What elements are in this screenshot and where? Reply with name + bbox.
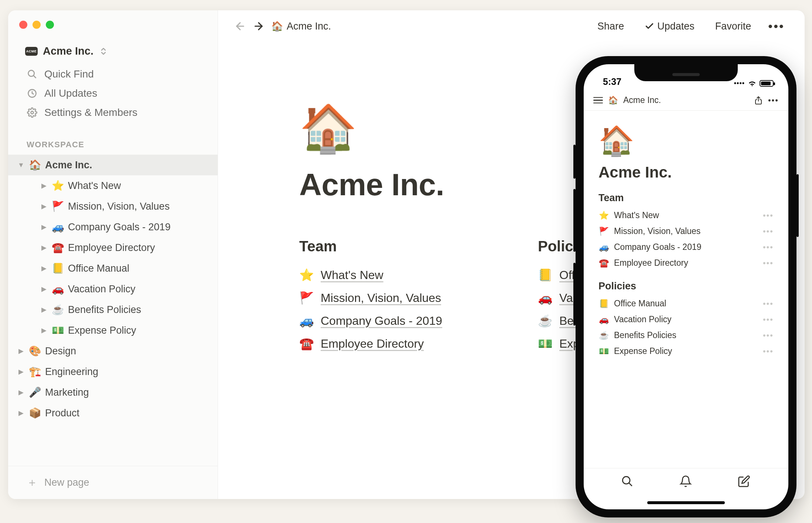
disclosure-triangle-icon[interactable]: ▶ [17, 368, 25, 376]
mobile-section-heading[interactable]: Policies [598, 281, 774, 292]
link-more-button[interactable]: ••• [763, 242, 774, 252]
clock-icon [27, 88, 38, 99]
page-label: Benefits Policies [68, 304, 141, 316]
mobile-hero-icon[interactable]: 🏠 [598, 124, 774, 158]
link-more-button[interactable]: ••• [763, 315, 774, 324]
close-window-button[interactable] [19, 21, 27, 29]
sidebar-page-item[interactable]: ▶🚙Company Goals - 2019 [8, 217, 218, 237]
page-link[interactable]: 🚩Mission, Vision, Values [299, 286, 528, 309]
page-tree: ▼🏠Acme Inc.▶⭐What's New▶🚩Mission, Vision… [8, 155, 218, 423]
sidebar-page-item[interactable]: ▶🚗Vacation Policy [8, 279, 218, 299]
mobile-breadcrumb-icon: 🏠 [608, 96, 618, 105]
disclosure-triangle-icon[interactable]: ▶ [40, 264, 48, 272]
link-more-button[interactable]: ••• [763, 211, 774, 220]
column-heading[interactable]: Team [299, 238, 528, 255]
sidebar-page-item[interactable]: ▶🚩Mission, Vision, Values [8, 196, 218, 217]
page-link-label: Mission, Vision, Values [614, 226, 700, 236]
mobile-section-heading[interactable]: Team [598, 192, 774, 204]
page-emoji-icon: 📦 [29, 407, 41, 419]
link-more-button[interactable]: ••• [763, 299, 774, 309]
mobile-page-link[interactable]: ⭐What's New••• [598, 207, 774, 223]
link-more-button[interactable]: ••• [763, 347, 774, 356]
mobile-page-title[interactable]: Acme Inc. [598, 164, 774, 181]
link-more-button[interactable]: ••• [763, 331, 774, 340]
mobile-page-link[interactable]: 🚩Mission, Vision, Values••• [598, 223, 774, 239]
mobile-search-button[interactable] [621, 475, 634, 488]
disclosure-triangle-icon[interactable]: ▶ [40, 285, 48, 293]
disclosure-triangle-icon[interactable]: ▶ [17, 347, 25, 355]
disclosure-triangle-icon[interactable]: ▶ [40, 202, 48, 210]
mobile-page-link[interactable]: 💵Expense Policy••• [598, 343, 774, 359]
mobile-page-link[interactable]: 🚗Vacation Policy••• [598, 312, 774, 327]
page-link-icon: 🚩 [598, 227, 609, 236]
disclosure-triangle-icon[interactable]: ▼ [17, 161, 25, 169]
breadcrumb[interactable]: 🏠 Acme Inc. [271, 21, 331, 32]
home-indicator[interactable] [647, 501, 725, 504]
mobile-page-link[interactable]: 📒Office Manual••• [598, 296, 774, 312]
page-link-label: Company Goals - 2019 [614, 242, 702, 252]
all-updates-label: All Updates [44, 87, 97, 99]
page-link-label: Company Goals - 2019 [321, 314, 442, 328]
gear-icon [27, 107, 38, 118]
mobile-page-link[interactable]: ☕Benefits Policies••• [598, 327, 774, 343]
disclosure-triangle-icon[interactable]: ▶ [40, 223, 48, 231]
new-page-button[interactable]: ＋ New page [8, 466, 218, 499]
sidebar-page-item[interactable]: ▶🏗️Engineering [8, 361, 218, 382]
page-link-icon: 🚗 [598, 315, 609, 324]
page-label: Company Goals - 2019 [68, 221, 171, 233]
all-updates[interactable]: All Updates [8, 84, 218, 103]
page-label: Engineering [45, 366, 98, 378]
mobile-compose-button[interactable] [738, 475, 751, 488]
disclosure-triangle-icon[interactable]: ▶ [17, 388, 25, 396]
share-icon[interactable] [754, 96, 763, 105]
settings-members-label: Settings & Members [44, 107, 137, 118]
settings-members[interactable]: Settings & Members [8, 103, 218, 122]
fullscreen-window-button[interactable] [46, 21, 54, 29]
workspace-switcher[interactable]: ACME Acme Inc. [8, 29, 218, 62]
disclosure-triangle-icon[interactable]: ▶ [40, 306, 48, 314]
nav-forward-button[interactable] [253, 20, 265, 32]
link-more-button[interactable]: ••• [763, 227, 774, 236]
disclosure-triangle-icon[interactable]: ▶ [40, 182, 48, 190]
page-link-icon: 🚙 [598, 242, 609, 252]
page-link[interactable]: ☎️Employee Directory [299, 332, 528, 355]
sidebar-page-item[interactable]: ▼🏠Acme Inc. [8, 155, 218, 175]
mobile-section: Policies📒Office Manual•••🚗Vacation Polic… [598, 281, 774, 359]
mobile-notifications-button[interactable] [679, 475, 693, 488]
disclosure-triangle-icon[interactable]: ▶ [17, 409, 25, 417]
disclosure-triangle-icon[interactable]: ▶ [40, 244, 48, 252]
sidebar-page-item[interactable]: ▶📦Product [8, 403, 218, 423]
favorite-button[interactable]: Favorite [708, 18, 759, 34]
mobile-page-link[interactable]: 🚙Company Goals - 2019••• [598, 239, 774, 255]
mobile-body: 🏠 Acme Inc. Team⭐What's New•••🚩Mission, … [584, 111, 788, 468]
page-link[interactable]: ⭐What's New [299, 264, 528, 286]
quick-find[interactable]: Quick Find [8, 65, 218, 84]
sidebar-page-item[interactable]: ▶📒Office Manual [8, 258, 218, 279]
nav-back-button[interactable] [234, 20, 247, 32]
sidebar-page-item[interactable]: ▶🎤Marketing [8, 382, 218, 403]
minimize-window-button[interactable] [33, 21, 41, 29]
hamburger-menu-button[interactable] [593, 97, 603, 104]
sidebar-page-item[interactable]: ▶🎨Design [8, 341, 218, 361]
sidebar-page-item[interactable]: ▶☕Benefits Policies [8, 299, 218, 320]
mobile-page-link[interactable]: ☎️Employee Directory••• [598, 255, 774, 271]
page-link-icon: ☕ [538, 314, 553, 328]
link-more-button[interactable]: ••• [763, 258, 774, 268]
mobile-topbar: 🏠 Acme Inc. ••• [584, 90, 788, 111]
more-menu-button[interactable]: ••• [764, 19, 788, 34]
disclosure-triangle-icon[interactable]: ▶ [40, 326, 48, 334]
sidebar-page-item[interactable]: ▶💵Expense Policy [8, 320, 218, 341]
updates-button[interactable]: Updates [637, 18, 702, 34]
page-emoji-icon: 🎨 [29, 345, 41, 357]
mobile-more-button[interactable]: ••• [768, 96, 779, 105]
sidebar-page-item[interactable]: ▶⭐What's New [8, 175, 218, 196]
page-link-label: Office Manual [614, 299, 666, 309]
sidebar-page-item[interactable]: ▶☎️Employee Directory [8, 237, 218, 258]
page-label: Office Manual [68, 263, 129, 274]
page-label: Marketing [45, 387, 89, 398]
page-link[interactable]: 🚙Company Goals - 2019 [299, 309, 528, 332]
search-icon [27, 69, 38, 80]
share-button[interactable]: Share [590, 18, 631, 34]
page-link-label: Benefits Policies [614, 330, 676, 340]
page-link-icon: 💵 [598, 347, 609, 356]
